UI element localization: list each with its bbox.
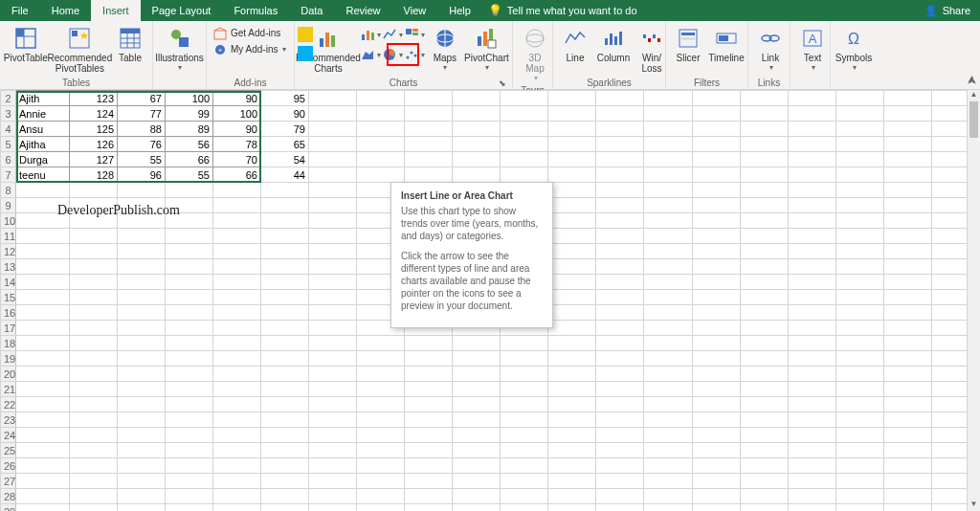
cell[interactable] [788, 137, 835, 152]
cell[interactable] [883, 336, 931, 351]
cell[interactable] [835, 137, 883, 152]
cell[interactable] [213, 412, 261, 428]
cell[interactable] [501, 106, 548, 122]
cell[interactable] [740, 443, 788, 458]
cell[interactable] [596, 336, 644, 351]
cell[interactable] [405, 474, 453, 489]
cell[interactable] [118, 351, 166, 367]
illustrations-button[interactable]: Illustrations ▾ [157, 23, 202, 74]
cell[interactable] [261, 474, 309, 489]
cell[interactable] [835, 412, 883, 428]
tab-insert[interactable]: Insert [91, 0, 141, 21]
cell[interactable] [166, 229, 213, 244]
cell[interactable] [835, 504, 883, 512]
cell[interactable] [309, 167, 357, 183]
cell[interactable] [883, 412, 931, 428]
cell[interactable]: 76 [118, 137, 166, 152]
recommended-pivottables-button[interactable]: Recommended PivotTables [50, 23, 110, 76]
row-header[interactable]: 7 [1, 167, 16, 183]
cell[interactable] [70, 474, 118, 489]
cell[interactable] [501, 91, 548, 106]
cell[interactable] [883, 213, 931, 229]
cell[interactable] [501, 504, 548, 512]
row-header[interactable]: 10 [1, 213, 16, 229]
cell[interactable] [548, 336, 596, 351]
cell[interactable] [501, 367, 548, 382]
cell[interactable] [548, 397, 596, 412]
cell[interactable] [309, 229, 357, 244]
cell[interactable] [692, 183, 740, 198]
cell[interactable] [788, 382, 835, 397]
cell[interactable] [548, 244, 596, 259]
cell[interactable]: 66 [213, 167, 261, 183]
cell[interactable] [501, 137, 548, 152]
cell[interactable] [692, 428, 740, 443]
scroll-down-icon[interactable]: ▼ [968, 500, 980, 511]
cell[interactable] [596, 428, 644, 443]
cell[interactable] [357, 443, 405, 458]
cell[interactable] [883, 382, 931, 397]
cell[interactable] [788, 167, 835, 183]
cell[interactable] [548, 443, 596, 458]
tab-formulas[interactable]: Formulas [222, 0, 289, 21]
cell[interactable] [644, 91, 692, 106]
cell[interactable]: 55 [118, 152, 166, 167]
tab-file[interactable]: File [0, 0, 40, 21]
cell[interactable]: 123 [70, 91, 118, 106]
cell[interactable] [883, 321, 931, 336]
cell[interactable] [548, 229, 596, 244]
cell[interactable] [405, 137, 453, 152]
cell[interactable] [596, 229, 644, 244]
cell[interactable] [548, 458, 596, 474]
cell[interactable] [644, 183, 692, 198]
cell[interactable] [596, 244, 644, 259]
cell[interactable]: 77 [118, 106, 166, 122]
row-header[interactable]: 2 [1, 91, 16, 106]
cell[interactable] [118, 290, 166, 305]
cell[interactable] [883, 275, 931, 290]
cell[interactable] [501, 474, 548, 489]
cell[interactable] [213, 336, 261, 351]
cell[interactable] [548, 275, 596, 290]
cell[interactable] [692, 321, 740, 336]
cell[interactable] [692, 382, 740, 397]
cell[interactable] [548, 167, 596, 183]
cell[interactable] [118, 412, 166, 428]
cell[interactable] [16, 336, 70, 351]
cell[interactable] [309, 91, 357, 106]
cell[interactable]: 124 [70, 106, 118, 122]
cell[interactable] [596, 458, 644, 474]
cell[interactable] [309, 474, 357, 489]
cell[interactable] [740, 91, 788, 106]
cell[interactable] [453, 122, 501, 137]
cell[interactable] [261, 504, 309, 512]
cell[interactable]: 90 [213, 91, 261, 106]
cell[interactable] [309, 443, 357, 458]
row-header[interactable]: 18 [1, 336, 16, 351]
cell[interactable] [835, 351, 883, 367]
cell[interactable] [357, 137, 405, 152]
cell[interactable] [835, 382, 883, 397]
cell[interactable] [883, 458, 931, 474]
cell[interactable] [261, 351, 309, 367]
sparkline-line-button[interactable]: Line [557, 23, 593, 65]
cell[interactable] [16, 382, 70, 397]
cell[interactable] [357, 167, 405, 183]
cell[interactable] [692, 397, 740, 412]
cell[interactable] [692, 443, 740, 458]
cell[interactable] [644, 474, 692, 489]
cell[interactable] [70, 290, 118, 305]
cell[interactable] [261, 428, 309, 443]
cell[interactable] [788, 152, 835, 167]
cell[interactable] [788, 275, 835, 290]
cell[interactable] [309, 504, 357, 512]
line-chart-icon[interactable]: ▾ [382, 25, 403, 44]
cell[interactable] [453, 167, 501, 183]
cell[interactable] [548, 106, 596, 122]
cell[interactable] [644, 351, 692, 367]
cell[interactable] [357, 428, 405, 443]
cell[interactable] [357, 489, 405, 504]
cell[interactable] [788, 474, 835, 489]
cell[interactable] [405, 367, 453, 382]
cell[interactable] [596, 167, 644, 183]
